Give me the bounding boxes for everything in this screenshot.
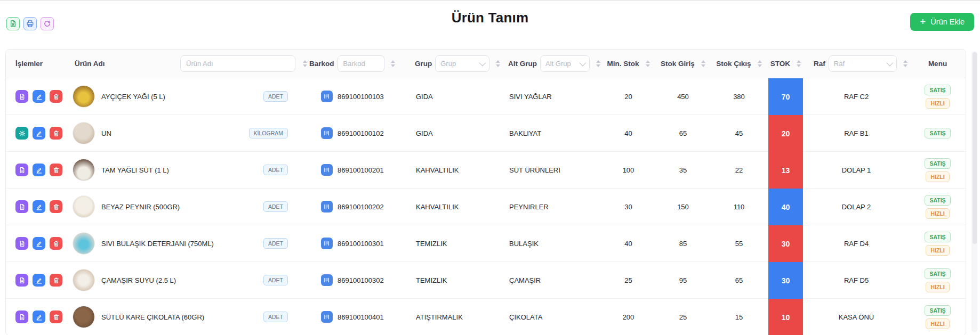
- delete-button[interactable]: [50, 164, 62, 176]
- grup-cell: KAHVALTILIK: [408, 189, 502, 225]
- sort-icon[interactable]: [303, 60, 307, 67]
- delete-button[interactable]: [50, 90, 62, 103]
- edit-button[interactable]: [33, 311, 45, 323]
- sort-icon[interactable]: [391, 60, 395, 67]
- stok-giris-cell: 65: [656, 115, 710, 152]
- stok-giris-cell: 85: [656, 225, 710, 262]
- detail-button[interactable]: [15, 274, 28, 287]
- gear-icon: [19, 130, 26, 137]
- barcode-value: 869100100302: [338, 276, 384, 284]
- sati--badge-button[interactable]: SATIŞ: [925, 232, 950, 242]
- sati--badge-button[interactable]: SATIŞ: [925, 128, 950, 138]
- product-table-card: İşlemler Ürün Adı Barkod Grup Grup: [5, 49, 966, 335]
- scrollbar-thumb[interactable]: [973, 52, 977, 244]
- edit-button[interactable]: [33, 164, 45, 176]
- sort-icon[interactable]: [646, 60, 650, 67]
- min-stok-cell: 25: [600, 262, 656, 299]
- sort-icon[interactable]: [496, 60, 500, 67]
- alt-grup-filter-select[interactable]: Alt Grup: [540, 55, 590, 72]
- edit-button[interactable]: [33, 200, 45, 213]
- table-header-row: İşlemler Ürün Adı Barkod Grup Grup: [6, 50, 966, 78]
- barcode-value: 869100100103: [338, 93, 384, 101]
- vertical-scrollbar[interactable]: [971, 51, 977, 332]
- column-header-islemler: İşlemler: [6, 50, 73, 78]
- sati--badge-button[interactable]: SATIŞ: [925, 195, 950, 206]
- column-header-min-stok: Min. Stok: [600, 50, 656, 78]
- table-row: TAM YAĞLI SÜT (1 L) ADET 869100100201 KA…: [6, 152, 966, 189]
- detail-button[interactable]: [15, 90, 28, 103]
- stok-cell: 20: [768, 115, 803, 152]
- grup-filter-select[interactable]: Grup: [435, 55, 489, 72]
- stok-giris-cell: 95: [656, 262, 710, 299]
- grup-cell: ATIŞTIRMALIK: [408, 299, 502, 335]
- barcode-cell: 869100100302: [307, 262, 408, 299]
- sort-icon[interactable]: [701, 60, 705, 67]
- barcode-value: 869100100401: [338, 313, 384, 321]
- barkod-filter-input[interactable]: [338, 55, 384, 72]
- sort-icon[interactable]: [758, 60, 762, 67]
- edit-icon: [36, 203, 43, 210]
- product-name: AYÇIÇEK YAĞI (5 L): [101, 93, 165, 101]
- urun-adi-filter-input[interactable]: [180, 55, 295, 72]
- urun-tanim-page: Ürün Tanım + Ürün Ekle İşlemler Ürün Adı…: [0, 0, 980, 335]
- sati--badge-button[interactable]: SATIŞ: [925, 268, 950, 279]
- delete-button[interactable]: [50, 127, 62, 140]
- sort-icon[interactable]: [903, 60, 907, 67]
- raf-cell: RAF D4: [803, 225, 910, 262]
- product-name: SIVI BULAŞIK DETERJANI (750ML): [101, 240, 214, 248]
- edit-icon: [36, 93, 43, 100]
- stok-cell: 40: [768, 189, 803, 225]
- add-product-button[interactable]: + Ürün Ekle: [910, 13, 974, 31]
- hizli-badge-button[interactable]: HIZLI: [926, 282, 949, 292]
- delete-button[interactable]: [50, 274, 62, 287]
- sati--badge-button[interactable]: SATIŞ: [925, 158, 950, 169]
- barcode-icon: [321, 201, 333, 213]
- stok-cikis-cell: 22: [710, 152, 768, 189]
- edit-button[interactable]: [33, 127, 45, 140]
- document-icon: [19, 277, 26, 284]
- sati--badge-button[interactable]: SATIŞ: [925, 85, 950, 95]
- stok-cell: 70: [768, 78, 803, 115]
- hizli-badge-button[interactable]: HIZLI: [926, 98, 949, 109]
- delete-button[interactable]: [50, 200, 62, 213]
- hizli-badge-button[interactable]: HIZLI: [926, 208, 949, 219]
- detail-button[interactable]: [15, 164, 28, 176]
- edit-button[interactable]: [33, 90, 45, 103]
- raf-filter-select[interactable]: Raf: [829, 55, 897, 72]
- hizli-badge-button[interactable]: HIZLI: [926, 318, 949, 329]
- detail-button[interactable]: [15, 200, 28, 213]
- settings-button[interactable]: [15, 127, 28, 140]
- hizli-badge-button[interactable]: HIZLI: [926, 171, 949, 182]
- edit-button[interactable]: [33, 274, 45, 287]
- product-cell: SÜTLÜ KARE ÇIKOLATA (60GR) ADET: [73, 299, 307, 335]
- sati--badge-button[interactable]: SATIŞ: [925, 305, 950, 316]
- barcode-icon: [321, 274, 333, 286]
- product-image: [73, 195, 95, 218]
- table-row: SÜTLÜ KARE ÇIKOLATA (60GR) ADET 86910010…: [6, 299, 966, 335]
- detail-button[interactable]: [15, 237, 28, 250]
- alt-grup-cell: ÇIKOLATA: [502, 299, 600, 335]
- min-stok-cell: 40: [600, 115, 656, 152]
- sort-icon[interactable]: [596, 60, 600, 67]
- delete-button[interactable]: [50, 311, 62, 323]
- column-header-stok-giris: Stok Giriş: [656, 50, 710, 78]
- edit-button[interactable]: [33, 237, 45, 250]
- detail-button[interactable]: [15, 311, 28, 323]
- product-cell: ÇAMAŞIR SUYU (2.5 L) ADET: [73, 262, 307, 299]
- delete-button[interactable]: [50, 237, 62, 250]
- column-header-barkod: Barkod: [307, 50, 408, 78]
- barcode-cell: 869100100401: [307, 299, 408, 335]
- column-header-stok: STOK: [768, 50, 803, 78]
- unit-badge: ADET: [263, 91, 288, 102]
- hizli-badge-button[interactable]: HIZLI: [926, 245, 949, 256]
- barcode-icon: [321, 238, 333, 249]
- column-header-alt-grup: Alt Grup Alt Grup: [502, 50, 600, 78]
- product-image: [73, 122, 95, 144]
- sort-icon[interactable]: [797, 60, 801, 67]
- product-name: TAM YAĞLI SÜT (1 L): [101, 166, 169, 174]
- menu-cell: SATIŞHIZLI: [910, 78, 966, 115]
- menu-cell: SATIŞHIZLI: [910, 189, 966, 225]
- min-stok-cell: 20: [600, 78, 656, 115]
- min-stok-cell: 200: [600, 299, 656, 335]
- menu-cell: SATIŞ: [910, 115, 966, 152]
